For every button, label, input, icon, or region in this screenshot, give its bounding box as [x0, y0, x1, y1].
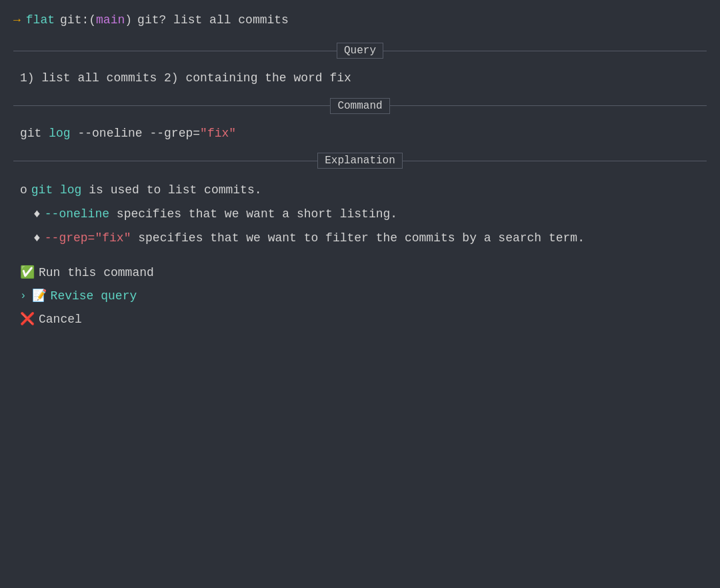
revise-action[interactable]: › 📝 Revise query — [20, 287, 707, 306]
prompt-arrow: → — [13, 13, 21, 27]
exp-bullet-3: ♦ — [33, 226, 41, 250]
run-icon: ✅ — [20, 263, 35, 283]
cmd-grep-open: " — [200, 127, 207, 140]
branch-name: main — [96, 13, 125, 27]
revise-label: Revise query — [51, 287, 137, 306]
run-action[interactable]: ✅ Run this command — [20, 263, 707, 283]
command-content: git log --oneline --grep="fix" — [20, 123, 707, 144]
revise-icon: 📝 — [32, 287, 47, 306]
explanation-item-3: ♦ --grep="fix" specifies that we want to… — [20, 226, 707, 250]
exp-grep: --grep="fix" — [45, 231, 131, 245]
query-label: Query — [337, 43, 383, 59]
cmd-log: log — [49, 127, 70, 140]
prompt-line: → flat git:(main) git? list all commits — [13, 13, 707, 27]
query-divider-line-left — [13, 51, 337, 51]
branch-close: ) — [125, 13, 132, 27]
command-divider: Command — [13, 98, 707, 114]
exp-suffix-1: is used to list commits. — [89, 183, 261, 197]
cancel-label: Cancel — [39, 310, 82, 329]
exp-text-3: --grep="fix" specifies that we want to f… — [45, 226, 585, 250]
exp-suffix-3: specifies that we want to filter the com… — [138, 231, 585, 245]
prompt-dir: flat — [26, 13, 55, 27]
explanation-label: Explanation — [317, 153, 403, 169]
exp-bullet-2: ♦ — [33, 202, 41, 226]
query-text: 1) list all commits 2) containing the wo… — [20, 71, 351, 85]
query-divider: Query — [13, 43, 707, 59]
explanation-divider-line-left — [13, 161, 317, 161]
query-divider-line-right — [383, 51, 707, 51]
cmd-options: --oneline --grep= — [77, 127, 200, 140]
explanation-divider: Explanation — [13, 153, 707, 169]
revise-chevron: › — [20, 288, 27, 305]
prompt-branch: git:(main) — [60, 13, 132, 27]
query-content: 1) list all commits 2) containing the wo… — [20, 68, 707, 89]
cancel-icon: ❌ — [20, 310, 35, 329]
exp-text-1: git log is used to list commits. — [31, 178, 262, 202]
command-divider-line-right — [390, 105, 707, 106]
branch-open: git:( — [60, 13, 96, 27]
exp-bullet-1: o — [20, 178, 27, 202]
prompt-query: git? list all commits — [137, 13, 289, 27]
exp-suffix-2: specifies that we want a short listing. — [117, 207, 397, 221]
command-divider-line-left — [13, 105, 330, 106]
cmd-grep-close: " — [229, 127, 236, 140]
exp-oneline: --oneline — [45, 207, 109, 221]
command-label: Command — [330, 98, 389, 114]
cmd-grep-val: fix — [207, 127, 229, 140]
explanation-divider-line-right — [403, 161, 707, 161]
run-label: Run this command — [39, 263, 154, 283]
explanation-item-2: ♦ --oneline specifies that we want a sho… — [20, 202, 707, 226]
actions-list: ✅ Run this command › 📝 Revise query ❌ Ca… — [20, 263, 707, 329]
command-text: git log --oneline --grep="fix" — [20, 127, 236, 140]
exp-text-2: --oneline specifies that we want a short… — [45, 202, 397, 226]
exp-git-log: git log — [31, 183, 82, 197]
explanation-item-1: o git log is used to list commits. — [20, 178, 707, 202]
cmd-git: git — [20, 127, 41, 140]
explanation-content: o git log is used to list commits. ♦ --o… — [20, 178, 707, 250]
cancel-action[interactable]: ❌ Cancel — [20, 310, 707, 329]
